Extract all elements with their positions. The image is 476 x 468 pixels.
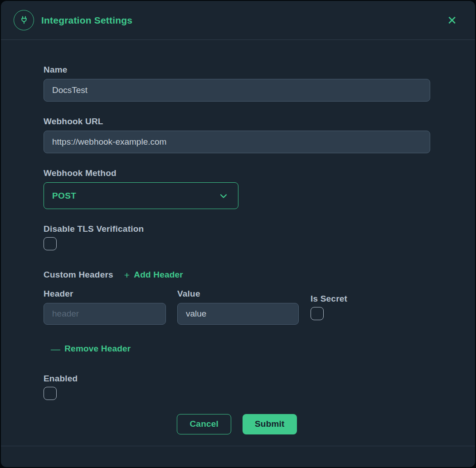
- webhook-method-label: Webhook Method: [44, 168, 430, 178]
- webhook-method-select[interactable]: POST: [44, 182, 238, 209]
- webhook-url-label: Webhook URL: [44, 117, 430, 127]
- webhook-method-field-group: Webhook Method POST: [44, 168, 430, 209]
- name-input[interactable]: [44, 79, 430, 102]
- disable-tls-checkbox[interactable]: [44, 237, 57, 250]
- header-key-column: Header: [44, 289, 166, 325]
- custom-headers-title-row: Custom Headers + Add Header: [44, 270, 430, 280]
- cancel-button[interactable]: Cancel: [177, 414, 231, 434]
- is-secret-column: Is Secret: [311, 289, 347, 322]
- name-field-group: Name: [44, 65, 430, 102]
- header-value-input[interactable]: [177, 303, 299, 325]
- header-value-column: Value: [177, 289, 299, 325]
- remove-header-button[interactable]: — Remove Header: [51, 344, 131, 354]
- webhook-method-selected-value: POST: [52, 191, 76, 201]
- remove-header-label: Remove Header: [64, 344, 131, 354]
- modal-footer: [1, 446, 475, 467]
- modal-body: Name Webhook URL Webhook Method POST Dis…: [1, 40, 475, 446]
- enabled-field-group: Enabled: [44, 374, 430, 402]
- add-header-button[interactable]: + Add Header: [124, 270, 183, 280]
- webhook-url-input[interactable]: [44, 131, 430, 153]
- modal-header: Integration Settings ✕: [1, 1, 475, 40]
- plug-icon: [14, 10, 34, 30]
- actions-row: Cancel Submit: [44, 414, 430, 434]
- close-icon[interactable]: ✕: [444, 13, 460, 28]
- custom-headers-label: Custom Headers: [44, 270, 113, 280]
- plus-icon: +: [124, 270, 130, 280]
- disable-tls-field-group: Disable TLS Verification: [44, 224, 430, 252]
- integration-settings-modal: Integration Settings ✕ Name Webhook URL …: [1, 1, 475, 467]
- webhook-url-field-group: Webhook URL: [44, 117, 430, 153]
- custom-header-row: Header Value Is Secret: [44, 289, 430, 325]
- add-header-label: Add Header: [134, 270, 183, 280]
- header-value-label: Value: [177, 289, 299, 299]
- is-secret-label: Is Secret: [311, 294, 347, 304]
- header-key-label: Header: [44, 289, 166, 299]
- minus-icon: —: [51, 344, 60, 354]
- disable-tls-label: Disable TLS Verification: [44, 224, 430, 234]
- enabled-label: Enabled: [44, 374, 430, 384]
- name-label: Name: [44, 65, 430, 75]
- chevron-down-icon: [218, 190, 229, 201]
- submit-button[interactable]: Submit: [243, 414, 297, 434]
- enabled-checkbox[interactable]: [44, 387, 57, 400]
- modal-title: Integration Settings: [41, 15, 132, 26]
- is-secret-checkbox[interactable]: [311, 307, 324, 320]
- header-key-input[interactable]: [44, 303, 166, 325]
